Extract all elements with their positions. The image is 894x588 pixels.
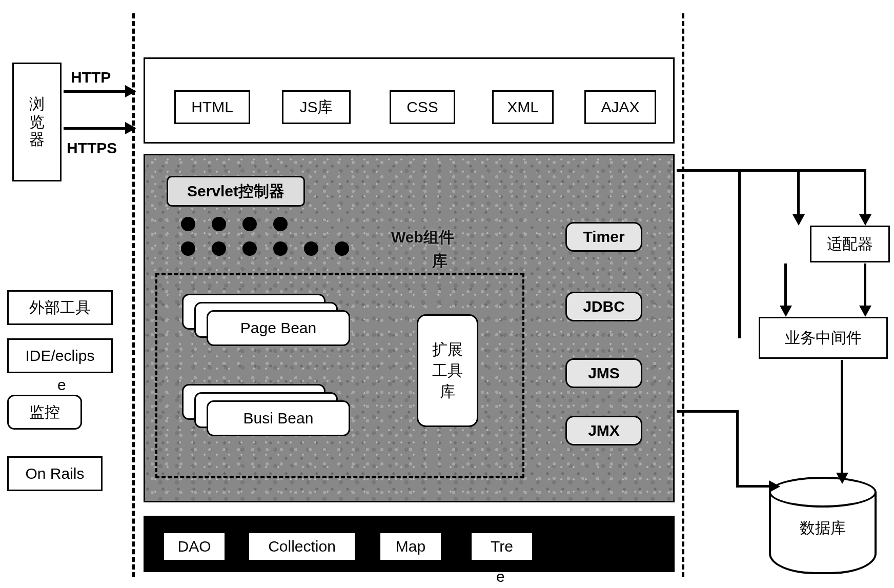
servlet-controller-label: Servlet控制器 — [187, 181, 285, 202]
dot-1 — [181, 217, 195, 231]
bottom-overflow-e: e — [496, 568, 505, 585]
browser-box: 浏 览 器 — [12, 63, 62, 181]
ext-tool-lib-label: 扩展 工具 库 — [432, 339, 463, 402]
pill-jmx: JMX — [565, 416, 642, 445]
bottom-collection-label: Collection — [268, 538, 336, 555]
monitor-box: 监控 — [7, 395, 82, 430]
right-top-h-to-adapter — [738, 169, 866, 172]
page-bean-label: Page Bean — [240, 319, 316, 337]
top-item-ajax: AJAX — [584, 90, 656, 124]
adapter-box: 适配器 — [810, 226, 890, 262]
to-adapter-head — [859, 214, 871, 226]
proto-https-label: HTTPS — [67, 139, 117, 157]
top-item-js: JS库 — [282, 90, 351, 124]
http-arrow-line — [64, 90, 126, 93]
dot-8 — [273, 241, 288, 256]
database-cylinder: 数据库 — [769, 477, 877, 574]
dot-2 — [212, 217, 226, 231]
pill-jdbc: JDBC — [565, 292, 642, 321]
biz-middleware-box: 业务中间件 — [759, 317, 888, 359]
dot-10 — [335, 241, 349, 256]
to-adapter-v — [864, 169, 866, 217]
page-bean-card: Page Bean — [207, 310, 350, 346]
bottom-map-label: Map — [396, 538, 425, 555]
bottom-dao-label: DAO — [177, 538, 211, 555]
adapter-to-biz-head — [859, 306, 871, 317]
database-label: 数据库 — [769, 518, 877, 539]
web-comp-sub: 库 — [432, 251, 448, 272]
adapter-label: 适配器 — [827, 235, 873, 253]
to-adapter-head2 — [793, 214, 805, 226]
left-boundary-dashed — [132, 13, 135, 577]
on-rails-label: On Rails — [25, 465, 84, 483]
right-split-v-left — [738, 169, 741, 338]
dot-7 — [242, 241, 257, 256]
dot-3 — [242, 217, 257, 231]
dot-4 — [273, 217, 288, 231]
top-item-js-label: JS库 — [299, 98, 333, 116]
adapter-to-biz-v — [864, 263, 866, 309]
ext-tools-box: 外部工具 — [7, 290, 113, 325]
on-rails-box: On Rails — [7, 456, 103, 491]
http-arrow-head — [125, 85, 136, 97]
adapter-to-biz-head2 — [780, 306, 792, 317]
middle-server-block: Servlet控制器 Web组件 库 Page Bean Busi Bean — [144, 154, 675, 502]
proto-http-label: HTTP — [71, 69, 111, 86]
bottom-tre-label: Tre — [491, 538, 513, 555]
dot-9 — [304, 241, 318, 256]
top-item-html-label: HTML — [191, 98, 233, 116]
top-item-css-label: CSS — [407, 98, 438, 116]
https-arrow-line — [64, 127, 126, 130]
ext-tool-lib-box: 扩展 工具 库 — [417, 314, 478, 427]
ide-box: IDE/eclips — [7, 338, 113, 373]
web-comp-title: Web组件 — [391, 227, 454, 248]
top-item-ajax-label: AJAX — [601, 98, 639, 116]
pill-timer-label: Timer — [583, 228, 624, 246]
top-item-css: CSS — [390, 90, 455, 124]
mid-to-db-v — [736, 410, 739, 487]
servlet-controller-box: Servlet控制器 — [167, 176, 305, 207]
top-item-html: HTML — [174, 90, 250, 124]
biz-middleware-label: 业务中间件 — [785, 329, 862, 347]
bottom-collection: Collection — [249, 533, 355, 560]
mid-to-db-h2 — [736, 485, 772, 488]
ide-label: IDE/eclips — [25, 347, 94, 365]
bottom-tre: Tre — [472, 533, 532, 560]
biz-to-db-head — [836, 473, 848, 484]
bottom-dao: DAO — [164, 533, 225, 560]
dot-6 — [212, 241, 226, 256]
busi-bean-card: Busi Bean — [207, 400, 350, 436]
mid-to-db-head — [769, 480, 780, 493]
https-arrow-head — [125, 122, 136, 134]
pill-jmx-label: JMX — [588, 422, 620, 439]
right-boundary-dashed — [682, 13, 684, 577]
busi-bean-label: Busi Bean — [243, 410, 314, 427]
adapter-to-biz-v2 — [784, 263, 787, 309]
monitor-label: 监控 — [29, 403, 60, 421]
pill-timer: Timer — [565, 222, 642, 252]
architecture-diagram: 浏 览 器 HTTP HTTPS 外部工具 IDE/eclips e 监控 On… — [0, 0, 894, 588]
ext-tools-label: 外部工具 — [29, 299, 91, 317]
top-item-xml-label: XML — [507, 98, 539, 116]
dot-5 — [181, 241, 195, 256]
mid-to-db-h — [677, 410, 738, 413]
browser-label: 浏 览 器 — [29, 95, 45, 149]
pill-jms: JMS — [565, 358, 642, 388]
bottom-map: Map — [380, 533, 441, 560]
pill-jdbc-label: JDBC — [583, 298, 625, 315]
mid-to-right-top-h — [677, 169, 738, 172]
top-item-xml: XML — [492, 90, 554, 124]
biz-to-db-v — [841, 360, 843, 476]
pill-jms-label: JMS — [588, 364, 620, 382]
ide-overflow-e: e — [57, 376, 66, 394]
to-adapter-v2 — [797, 169, 800, 217]
